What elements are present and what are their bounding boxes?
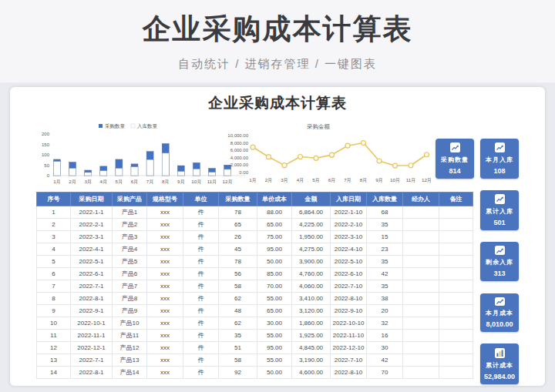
cell-r10-c9[interactable]: 2022-10-10	[331, 317, 367, 330]
cell-r7-c7[interactable]: 70.00	[257, 280, 292, 293]
cell-r4-c8[interactable]: 4,275.00	[292, 243, 331, 256]
cell-r3-c5[interactable]: 件	[183, 231, 219, 243]
cell-r11-c5[interactable]: 件	[183, 330, 219, 342]
cell-r13-c11[interactable]	[403, 354, 439, 367]
cell-r9-c2[interactable]: 2022-9-1	[71, 305, 113, 317]
cell-r13-c10[interactable]: 42	[367, 354, 403, 367]
cell-r13-c6[interactable]: 58	[219, 354, 257, 367]
cell-r6-c12[interactable]	[439, 268, 473, 280]
cell-r6-c3[interactable]: 产品6	[113, 268, 147, 280]
cell-r8-c9[interactable]: 2022-8-10	[331, 293, 367, 305]
cell-r5-c11[interactable]	[403, 256, 439, 268]
cell-r4-c6[interactable]: 45	[219, 243, 257, 256]
cell-r1-c3[interactable]: 产品1	[113, 206, 147, 219]
cell-r7-c11[interactable]	[403, 280, 439, 293]
cell-r11-c2[interactable]: 2022-11-1	[71, 330, 113, 342]
cell-r2-c9[interactable]: 2022-2-10	[331, 219, 367, 231]
cell-r11-c7[interactable]: 55.00	[257, 330, 292, 342]
cell-r7-c4[interactable]: xxx	[147, 280, 183, 293]
cell-r10-c6[interactable]: 62	[219, 317, 257, 330]
cell-r9-c9[interactable]: 2022-9-10	[331, 305, 367, 317]
cell-r14-c3[interactable]: 产品14	[113, 367, 147, 379]
cell-r14-c11[interactable]	[403, 367, 439, 379]
cell-r13-c7[interactable]: 55.00	[257, 354, 292, 367]
cell-r12-c12[interactable]	[439, 342, 473, 354]
cell-r5-c3[interactable]: 产品5	[113, 256, 147, 268]
cell-r14-c5[interactable]: 件	[183, 367, 219, 379]
cell-r9-c10[interactable]: 20	[367, 305, 403, 317]
cell-r5-c4[interactable]: xxx	[147, 256, 183, 268]
cell-r11-c9[interactable]: 2022-11-10	[331, 330, 367, 342]
cell-r2-c7[interactable]: 65.00	[257, 219, 292, 231]
cell-r9-c11[interactable]	[403, 305, 439, 317]
cell-r4-c9[interactable]: 2022-4-10	[331, 243, 367, 256]
cell-r11-c6[interactable]: 35	[219, 330, 257, 342]
cell-r10-c11[interactable]	[403, 317, 439, 330]
cell-r1-c2[interactable]: 2022-1-1	[71, 206, 113, 219]
cell-r3-c6[interactable]: 26	[219, 231, 257, 243]
cell-r12-c11[interactable]	[403, 342, 439, 354]
cell-r7-c6[interactable]: 58	[219, 280, 257, 293]
cell-r10-c2[interactable]: 2022-10-1	[71, 317, 113, 330]
cell-r5-c5[interactable]: 件	[183, 256, 219, 268]
cell-r13-c2[interactable]: 2022-7-1	[71, 354, 113, 367]
cell-r3-c11[interactable]	[403, 231, 439, 243]
cell-r14-c12[interactable]	[439, 367, 473, 379]
cell-r10-c8[interactable]: 1,860.00	[292, 317, 331, 330]
cell-r12-c9[interactable]: 2022-12-10	[331, 342, 367, 354]
cell-r10-c3[interactable]: 产品10	[113, 317, 147, 330]
cell-r13-c3[interactable]: 产品13	[113, 354, 147, 367]
cell-r14-c7[interactable]: 50.00	[257, 367, 292, 379]
cell-r1-c9[interactable]: 2022-1-10	[331, 206, 367, 219]
cell-r12-c6[interactable]: 51	[219, 342, 257, 354]
cell-r12-c7[interactable]: 95.00	[257, 342, 292, 354]
cell-r8-c3[interactable]: 产品8	[113, 293, 147, 305]
cell-r3-c12[interactable]	[439, 231, 473, 243]
cell-r10-c1[interactable]: 10	[37, 317, 71, 330]
cell-r7-c5[interactable]: 件	[183, 280, 219, 293]
cell-r5-c6[interactable]: 78	[219, 256, 257, 268]
cell-r12-c1[interactable]: 12	[37, 342, 71, 354]
cell-r14-c2[interactable]: 2022-8-1	[71, 367, 113, 379]
cell-r9-c12[interactable]	[439, 305, 473, 317]
cell-r11-c10[interactable]: 16	[367, 330, 403, 342]
cell-r6-c5[interactable]: 件	[183, 268, 219, 280]
cell-r8-c8[interactable]: 3,410.00	[292, 293, 331, 305]
cell-r8-c1[interactable]: 8	[37, 293, 71, 305]
cell-r3-c3[interactable]: 产品3	[113, 231, 147, 243]
cell-r12-c3[interactable]: 产品12	[113, 342, 147, 354]
cell-r1-c12[interactable]	[439, 206, 473, 219]
cell-r3-c10[interactable]: 15	[367, 231, 403, 243]
cell-r4-c4[interactable]: xxx	[147, 243, 183, 256]
cell-r13-c4[interactable]: xxx	[147, 354, 183, 367]
cell-r1-c5[interactable]: 件	[183, 206, 219, 219]
cell-r2-c2[interactable]: 2022-2-1	[71, 219, 113, 231]
cell-r2-c1[interactable]: 2	[37, 219, 71, 231]
cell-r5-c7[interactable]: 50.00	[257, 256, 292, 268]
cell-r5-c9[interactable]: 2022-5-10	[331, 256, 367, 268]
cell-r1-c11[interactable]	[403, 206, 439, 219]
cell-r3-c1[interactable]: 3	[37, 231, 71, 243]
cell-r4-c11[interactable]	[403, 243, 439, 256]
cell-r6-c2[interactable]: 2022-6-1	[71, 268, 113, 280]
cell-r5-c2[interactable]: 2022-5-1	[71, 256, 113, 268]
cell-r2-c4[interactable]: xxx	[147, 219, 183, 231]
cell-r7-c8[interactable]: 4,060.00	[292, 280, 331, 293]
cell-r14-c8[interactable]: 4,600.00	[292, 367, 331, 379]
cell-r8-c11[interactable]	[403, 293, 439, 305]
cell-r9-c4[interactable]: xxx	[147, 305, 183, 317]
cell-r11-c1[interactable]: 11	[37, 330, 71, 342]
cell-r6-c8[interactable]: 4,760.00	[292, 268, 331, 280]
cell-r14-c9[interactable]: 2022-8-10	[331, 367, 367, 379]
cell-r9-c3[interactable]: 产品9	[113, 305, 147, 317]
cell-r3-c7[interactable]: 75.00	[257, 231, 292, 243]
cell-r2-c5[interactable]: 件	[183, 219, 219, 231]
cell-r6-c11[interactable]	[403, 268, 439, 280]
cell-r7-c12[interactable]	[439, 280, 473, 293]
cell-r9-c5[interactable]: 件	[183, 305, 219, 317]
cell-r10-c10[interactable]: 32	[367, 317, 403, 330]
cell-r1-c8[interactable]: 6,864.00	[292, 206, 331, 219]
cell-r8-c5[interactable]: 件	[183, 293, 219, 305]
cell-r1-c4[interactable]: xxx	[147, 206, 183, 219]
cell-r2-c3[interactable]: 产品2	[113, 219, 147, 231]
